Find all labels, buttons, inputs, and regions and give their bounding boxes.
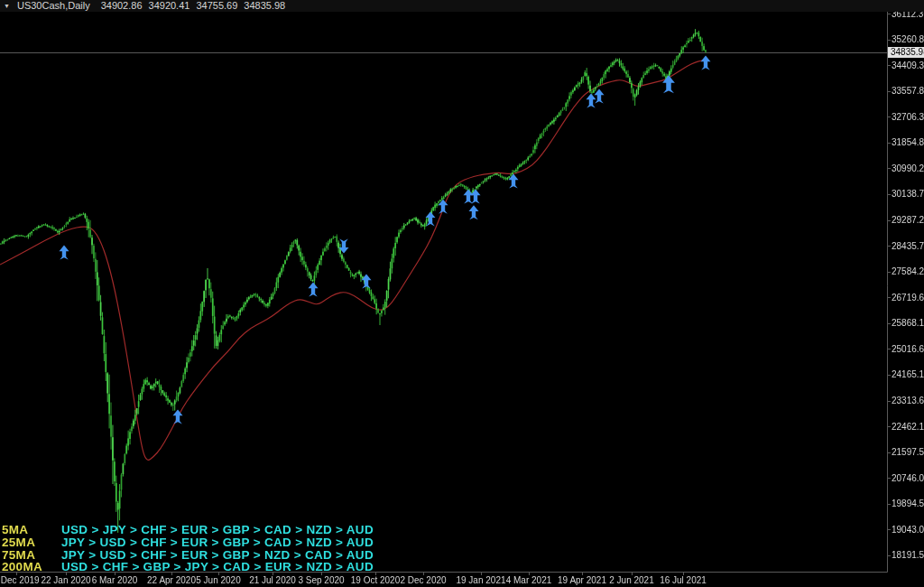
strength-ma-label: 5MA — [2, 524, 28, 536]
ohlc-value: 34902.86 — [101, 0, 143, 11]
symbol-timeframe-label: US30Cash,Daily — [17, 0, 90, 12]
ohlc-values: 34902.8634920.4134755.6934835.98 — [101, 0, 292, 12]
strength-ma-label: 25MA — [2, 536, 35, 549]
strength-ma-label: 200MA — [2, 561, 42, 573]
ohlc-value: 34755.69 — [196, 0, 237, 11]
price-axis-label: 19043.00 — [892, 525, 924, 535]
price-axis-label: 32706.30 — [892, 112, 924, 122]
strength-ranking: USD > JPY > CHF > EUR > GBP > CAD > NZD … — [61, 524, 374, 536]
strength-row-200ma: 200MAUSD > CHF > GBP > JPY > CAD > EUR >… — [0, 561, 469, 573]
price-axis[interactable]: 36112.3035260.8034409.3033557.8032706.30… — [888, 0, 924, 572]
price-axis-label: 26719.60 — [892, 293, 924, 303]
price-axis-label: 25016.60 — [892, 344, 924, 354]
price-axis-label: 19894.50 — [892, 498, 924, 508]
strength-row-5ma: 5MAUSD > JPY > CHF > EUR > GBP > CAD > N… — [0, 524, 469, 536]
current-price-label: 34835.98 — [888, 47, 924, 58]
price-axis-label: 18191.50 — [892, 550, 924, 560]
time-axis-label: 2 Jun 2021 — [609, 575, 654, 585]
currency-strength-panel: 5MAUSD > JPY > CHF > EUR > GBP > CAD > N… — [0, 524, 469, 578]
price-axis-label: 28435.70 — [892, 241, 924, 251]
price-axis-label: 30138.70 — [892, 189, 924, 199]
ohlc-value: 34835.98 — [244, 0, 285, 11]
price-axis-label: 27584.20 — [892, 266, 924, 276]
price-axis-label: 29287.20 — [892, 215, 924, 225]
price-axis-label: 23313.60 — [892, 396, 924, 405]
price-axis-label: 34409.30 — [892, 61, 924, 70]
chart-title-bar: ▼ US30Cash,Daily 34902.8634920.4134755.6… — [0, 0, 924, 12]
price-axis-label: 21597.50 — [892, 447, 924, 457]
collapse-indicator-icon[interactable]: ▼ — [4, 0, 10, 12]
chart-canvas[interactable] — [0, 0, 924, 587]
price-axis-label: 22462.10 — [892, 422, 924, 432]
price-axis-label: 30990.20 — [892, 163, 924, 173]
price-axis-label: 35260.80 — [892, 34, 924, 44]
price-axis-label: 20746.00 — [892, 473, 924, 483]
price-axis-label: 24165.10 — [892, 369, 924, 379]
ohlc-value: 34920.41 — [149, 0, 190, 11]
price-axis-label: 33557.80 — [892, 86, 924, 96]
strength-ranking: USD > CHF > GBP > JPY > CAD > EUR > NZD … — [61, 561, 374, 573]
strength-row-25ma: 25MAJPY > USD > CHF > EUR > GBP > CAD > … — [0, 536, 469, 549]
price-axis-label: 25868.10 — [892, 318, 924, 328]
price-axis-label: 31854.80 — [892, 137, 924, 147]
strength-ranking: JPY > USD > CHF > EUR > GBP > CAD > NZD … — [61, 536, 374, 549]
time-axis-label: 19 Apr 2021 — [558, 575, 606, 585]
time-axis-label: 4 Mar 2021 — [506, 575, 552, 585]
time-axis-label: 16 Jul 2021 — [660, 575, 707, 585]
